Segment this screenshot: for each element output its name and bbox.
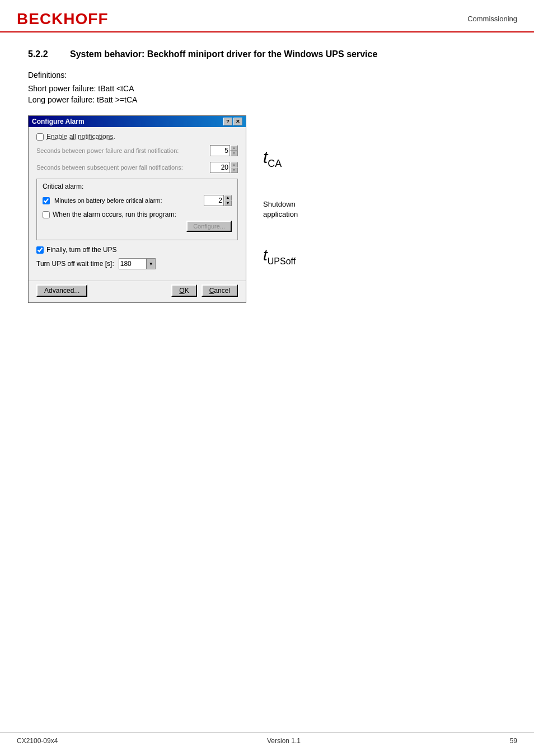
finally-label: Finally, turn off the UPS (46, 246, 117, 254)
critical-alarm-group: Critical alarm: Minutes on battery befor… (36, 179, 238, 240)
long-power-failure-text: Long power failure: tBatt >=tCA (28, 95, 506, 104)
section-heading: 5.2.2 System behavior: Beckhoff miniport… (28, 49, 506, 59)
short-power-failure-text: Short power failure: tBatt <tCA (28, 84, 506, 93)
critical-alarm-legend: Critical alarm: (43, 183, 232, 190)
seconds-first-spinner: ▲ ▼ (210, 145, 238, 156)
upsoff-symbol: tUPSoff (263, 248, 296, 266)
minutes-battery-input[interactable] (204, 195, 224, 206)
configure-alarm-dialog: Configure Alarm ? ✕ Enable all notificat… (28, 115, 246, 303)
run-program-checkbox[interactable] (43, 211, 50, 218)
ok-button[interactable]: OK (171, 284, 196, 297)
tca-annotation: tCA (263, 149, 282, 169)
seconds-first-label: Seconds between power failure and first … (36, 147, 179, 154)
minutes-battery-up[interactable]: ▲ (224, 195, 232, 200)
seconds-first-input[interactable] (210, 145, 230, 156)
turn-off-label: Turn UPS off wait time [s]: (36, 260, 114, 268)
dialog-titlebar: Configure Alarm ? ✕ (29, 116, 246, 127)
dialog-area: Configure Alarm ? ✕ Enable all notificat… (28, 115, 506, 303)
beckhoff-logo: BECKHOFF (17, 10, 109, 28)
configure-row: Configure... (43, 221, 232, 232)
shutdown-annotation: Shutdown application (263, 199, 298, 220)
cancel-button[interactable]: Cancel (202, 284, 238, 297)
minutes-battery-spinner-buttons: ▲ ▼ (224, 195, 232, 206)
section-title: System behavior: Beckhoff miniport drive… (70, 49, 377, 59)
footer-product: CX2100-09x4 (17, 737, 58, 745)
dialog-footer: Advanced... OK Cancel (29, 281, 246, 302)
seconds-subsequent-down[interactable]: ▼ (230, 167, 238, 173)
minutes-battery-checkbox[interactable] (43, 197, 50, 204)
seconds-subsequent-spinner-buttons: ▲ ▼ (230, 162, 238, 173)
enable-notifications-row: Enable all notifications. (36, 133, 238, 141)
run-program-check-row: When the alarm occurs, run this program: (43, 211, 232, 218)
titlebar-buttons: ? ✕ (223, 118, 242, 125)
upsoff-annotation: tUPSoff (263, 248, 296, 266)
turn-off-dropdown: ▼ (119, 258, 156, 269)
help-button[interactable]: ? (223, 118, 232, 125)
enable-notifications-checkbox[interactable] (36, 133, 44, 141)
turn-off-dropdown-arrow[interactable]: ▼ (147, 258, 156, 269)
finally-row: Finally, turn off the UPS (36, 246, 238, 254)
run-program-label: When the alarm occurs, run this program: (53, 211, 176, 218)
definitions-label: Definitions: (28, 71, 506, 80)
dialog-footer-buttons: OK Cancel (171, 284, 238, 297)
seconds-subsequent-input[interactable] (210, 162, 230, 173)
seconds-first-up[interactable]: ▲ (230, 145, 238, 151)
footer-page-number: 59 (510, 737, 517, 745)
seconds-first-spinner-buttons: ▲ ▼ (230, 145, 238, 156)
seconds-first-down[interactable]: ▼ (230, 151, 238, 156)
tca-symbol: tCA (263, 149, 282, 169)
dialog-title: Configure Alarm (32, 118, 85, 125)
configure-button[interactable]: Configure... (186, 221, 232, 232)
page-header: BECKHOFF Commissioning (0, 0, 534, 32)
page-footer: CX2100-09x4 Version 1.1 59 (0, 732, 534, 745)
turn-off-row: Turn UPS off wait time [s]: ▼ (36, 258, 238, 269)
footer-version: Version 1.1 (267, 737, 301, 745)
run-program-row: When the alarm occurs, run this program:… (43, 211, 232, 232)
seconds-subsequent-label: Seconds between subsequent power fail no… (36, 164, 183, 171)
seconds-first-row: Seconds between power failure and first … (36, 145, 238, 156)
finally-checkbox[interactable] (36, 246, 44, 254)
minutes-battery-down[interactable]: ▼ (224, 200, 232, 206)
dialog-body: Enable all notifications. Seconds betwee… (29, 127, 246, 281)
shutdown-text: Shutdown application (263, 199, 298, 220)
seconds-subsequent-up[interactable]: ▲ (230, 162, 238, 167)
advanced-button[interactable]: Advanced... (36, 284, 87, 297)
seconds-subsequent-spinner: ▲ ▼ (210, 162, 238, 173)
enable-notifications-label: Enable all notifications. (46, 133, 115, 141)
side-annotations: tCA Shutdown application tUPSoff (263, 115, 298, 266)
close-button[interactable]: ✕ (233, 118, 242, 125)
seconds-subsequent-row: Seconds between subsequent power fail no… (36, 162, 238, 173)
minutes-battery-label: Minutes on battery before critical alarm… (54, 197, 162, 204)
section-number: 5.2.2 (28, 49, 59, 59)
minutes-battery-spinner: ▲ ▼ (204, 195, 232, 206)
turn-off-input[interactable] (119, 258, 147, 269)
main-content: 5.2.2 System behavior: Beckhoff miniport… (0, 32, 534, 303)
section-label: Commissioning (467, 10, 517, 23)
minutes-battery-row: Minutes on battery before critical alarm… (43, 195, 232, 206)
